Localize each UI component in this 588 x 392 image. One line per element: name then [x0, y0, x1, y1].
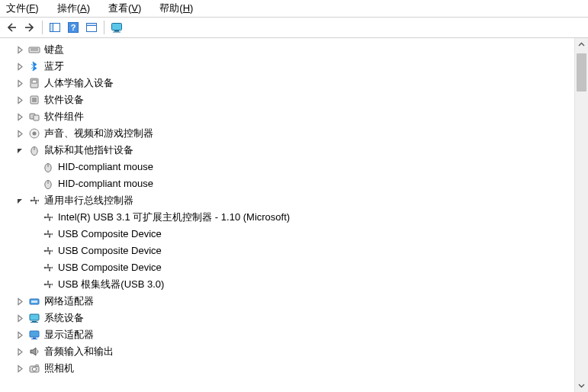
- back-arrow-icon: [5, 21, 18, 34]
- tree-node-keyboard[interactable]: 键盘: [0, 41, 574, 58]
- network-icon: [27, 294, 41, 308]
- menu-file[interactable]: 文件(F): [3, 1, 42, 16]
- swdev-icon: [27, 93, 41, 107]
- tree-node-swdev[interactable]: 软件设备: [0, 92, 574, 108]
- scroll-down-button[interactable]: [575, 379, 588, 392]
- tree-node-sound[interactable]: 声音、视频和游戏控制器: [0, 125, 574, 142]
- mouse-cat-icon: [27, 143, 41, 157]
- chevron-down-icon: [578, 382, 585, 389]
- tree-node-label: USB Composite Device: [58, 226, 166, 243]
- tree-node-usb-comp3[interactable]: USB Composite Device: [0, 259, 574, 276]
- sound-icon: [27, 127, 41, 140]
- tree-node-camera[interactable]: 照相机: [0, 360, 574, 377]
- expander-closed-icon[interactable]: [14, 94, 26, 106]
- toolbar-separator: [42, 21, 43, 34]
- expander-closed-icon[interactable]: [14, 295, 26, 307]
- properties-button[interactable]: [83, 20, 100, 35]
- vertical-scrollbar[interactable]: [574, 38, 588, 392]
- hid-icon: [27, 76, 41, 90]
- expander-closed-icon[interactable]: [14, 77, 26, 89]
- tree-node-mouse-hid1[interactable]: HID-compliant mouse: [0, 159, 574, 175]
- tree-node-mouse-hid2[interactable]: HID-compliant mouse: [0, 175, 574, 192]
- tree-node-network[interactable]: 网络适配器: [0, 293, 574, 310]
- expander-open-icon[interactable]: [14, 194, 26, 207]
- tree-node-label: 人体学输入设备: [44, 75, 118, 92]
- expander-closed-icon[interactable]: [14, 43, 26, 56]
- usb-icon: [41, 261, 55, 275]
- tree-node-label: Intel(R) USB 3.1 可扩展主机控制器 - 1.10 (Micros…: [58, 209, 294, 226]
- usb-cat-icon: [27, 194, 41, 207]
- tree-node-label: HID-compliant mouse: [58, 159, 158, 175]
- tree-node-label: USB Composite Device: [58, 243, 166, 259]
- svg-rect-8: [113, 32, 120, 33]
- show-hide-tree-button[interactable]: [47, 20, 63, 35]
- toolbar-separator: [104, 21, 104, 34]
- svg-rect-5: [87, 24, 97, 26]
- expander-closed-icon[interactable]: [14, 111, 26, 123]
- menu-view[interactable]: 查看(V): [105, 1, 144, 16]
- tree-node-display[interactable]: 显示适配器: [0, 326, 574, 343]
- tree-node-bluetooth[interactable]: 蓝牙: [0, 58, 574, 75]
- usb-icon: [41, 244, 55, 258]
- tree-node-label: 软件组件: [44, 108, 88, 125]
- svg-rect-7: [114, 31, 119, 32]
- expander-closed-icon[interactable]: [14, 60, 26, 72]
- help-icon: ?: [67, 21, 79, 34]
- swcomp-icon: [27, 110, 41, 124]
- mouse-icon: [41, 160, 55, 174]
- menu-help[interactable]: 帮助(H): [156, 1, 196, 16]
- chevron-up-icon: [578, 41, 585, 48]
- expander-open-icon[interactable]: [14, 144, 26, 156]
- expander-closed-icon[interactable]: [14, 312, 26, 324]
- properties-icon: [85, 21, 98, 34]
- keyboard-icon: [27, 43, 41, 56]
- tree-node-label: 系统设备: [44, 310, 88, 326]
- expander-closed-icon[interactable]: [14, 362, 26, 374]
- tree-node-label: 显示适配器: [44, 326, 98, 343]
- usb-icon: [41, 278, 55, 291]
- tree-node-label: 软件设备: [44, 92, 88, 108]
- svg-text:?: ?: [71, 23, 76, 32]
- tree-node-label: USB 根集线器(USB 3.0): [58, 276, 169, 293]
- tree-node-label: 通用串行总线控制器: [44, 192, 138, 209]
- tree-node-label: 音频输入和输出: [44, 343, 118, 360]
- tree-node-mouse[interactable]: 鼠标和其他指针设备: [0, 142, 574, 159]
- menu-action[interactable]: 操作(A): [54, 1, 93, 16]
- tree-node-usb-roothub[interactable]: USB 根集线器(USB 3.0): [0, 276, 574, 293]
- tree-node-label: HID-compliant mouse: [58, 175, 158, 192]
- scan-hardware-button[interactable]: [108, 20, 125, 35]
- system-icon: [27, 311, 41, 325]
- tree-node-label: 网络适配器: [44, 293, 98, 310]
- expander-closed-icon[interactable]: [14, 345, 26, 358]
- back-button[interactable]: [3, 20, 20, 35]
- bluetooth-icon: [27, 59, 41, 73]
- tree-node-label: 键盘: [44, 41, 69, 58]
- audio-icon: [27, 345, 41, 358]
- expander-closed-icon[interactable]: [14, 127, 26, 140]
- tree-node-usb-comp1[interactable]: USB Composite Device: [0, 226, 574, 243]
- svg-rect-6: [112, 24, 122, 31]
- scroll-up-button[interactable]: [575, 38, 588, 51]
- tree-node-system[interactable]: 系统设备: [0, 310, 574, 326]
- usb-icon: [41, 227, 55, 241]
- tree-node-usb-intel[interactable]: Intel(R) USB 3.1 可扩展主机控制器 - 1.10 (Micros…: [0, 209, 574, 226]
- forward-arrow-icon: [24, 21, 36, 34]
- tree-node-audio[interactable]: 音频输入和输出: [0, 343, 574, 360]
- tree-node-usb-comp2[interactable]: USB Composite Device: [0, 243, 574, 259]
- tree-node-label: 照相机: [44, 360, 79, 377]
- tree-node-hid[interactable]: 人体学输入设备: [0, 75, 574, 92]
- device-tree[interactable]: 键盘蓝牙人体学输入设备软件设备软件组件声音、视频和游戏控制器鼠标和其他指针设备H…: [0, 38, 574, 392]
- tree-node-usb[interactable]: 通用串行总线控制器: [0, 192, 574, 209]
- usb-icon: [41, 210, 55, 224]
- forward-button[interactable]: [21, 20, 38, 35]
- expander-closed-icon[interactable]: [14, 329, 26, 341]
- tree-node-label: USB Composite Device: [58, 259, 166, 276]
- scrollbar-thumb[interactable]: [577, 53, 586, 92]
- monitor-icon: [111, 21, 123, 34]
- tree-node-swcomp[interactable]: 软件组件: [0, 108, 574, 125]
- tree-node-label: 蓝牙: [44, 58, 69, 75]
- toolbar: ?: [0, 17, 588, 38]
- help-button[interactable]: ?: [65, 20, 82, 35]
- display-icon: [27, 328, 41, 342]
- tree-node-label: 声音、视频和游戏控制器: [44, 125, 158, 142]
